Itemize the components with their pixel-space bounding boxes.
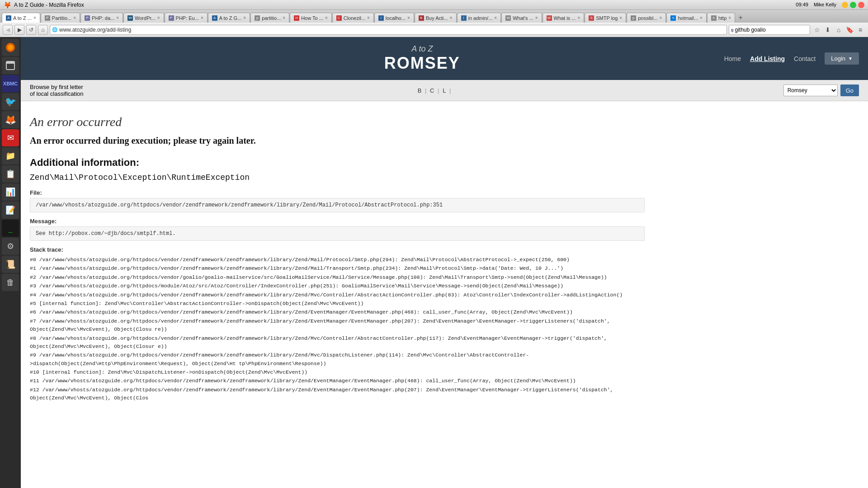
tab-close-whats[interactable]: × bbox=[535, 15, 538, 20]
tab-label-smtp: SMTP log bbox=[596, 15, 618, 21]
tab-close-localhost[interactable]: × bbox=[407, 15, 410, 20]
tab-close-atoz[interactable]: × bbox=[33, 15, 36, 20]
tab-close-smtp[interactable]: × bbox=[619, 15, 622, 20]
tab-favicon-wordpress: W bbox=[127, 15, 133, 21]
sidebar-item-window[interactable] bbox=[2, 57, 19, 74]
download-icon[interactable]: ⬇ bbox=[823, 25, 833, 35]
tab-close-atoz2[interactable]: × bbox=[243, 15, 246, 20]
browse-letter-b[interactable]: B bbox=[418, 87, 422, 94]
browse-label: Browse by first letter of local classifi… bbox=[30, 84, 84, 97]
tab-close-php-da[interactable]: × bbox=[116, 15, 119, 20]
sidebar-item-firefox[interactable] bbox=[2, 39, 19, 56]
sidebar-item-scroll[interactable]: 📜 bbox=[2, 256, 19, 273]
menu-icon[interactable]: ≡ bbox=[855, 25, 865, 35]
forward-button[interactable]: ▶ bbox=[14, 25, 24, 35]
location-select[interactable]: Romsey bbox=[783, 84, 838, 96]
bookmark-star-icon[interactable]: ☆ bbox=[812, 25, 822, 35]
site-logo: A to Z ROMSEY bbox=[384, 44, 460, 73]
browse-label-line1: Browse by first letter bbox=[30, 84, 84, 90]
stack-trace-line-7: #7 /var/www/vhosts/atozguide.org/httpdoc… bbox=[30, 317, 645, 334]
tab-php-da[interactable]: P PHP: da... × bbox=[80, 13, 123, 23]
tab-localhost[interactable]: l localho... × bbox=[374, 13, 414, 23]
new-tab-button[interactable]: + bbox=[736, 13, 745, 23]
reload-button[interactable]: ↺ bbox=[26, 25, 36, 35]
tab-php-eu[interactable]: P PHP: Eu... × bbox=[165, 13, 208, 23]
sidebar-item-terminal[interactable]: _ bbox=[2, 220, 19, 237]
tab-inadmin[interactable]: i in admin/... × bbox=[457, 13, 501, 23]
tab-close-partition[interactable]: × bbox=[73, 15, 76, 20]
close-button[interactable] bbox=[858, 2, 864, 8]
tab-partitio2[interactable]: p partitio... × bbox=[250, 13, 289, 23]
search-input[interactable] bbox=[735, 27, 808, 33]
browse-bar: Browse by first letter of local classifi… bbox=[21, 80, 868, 101]
tab-close-hotmail[interactable]: × bbox=[700, 15, 703, 20]
nav-contact[interactable]: Contact bbox=[794, 55, 816, 62]
search-engine-logo: g bbox=[731, 28, 734, 32]
tab-close-clonezilla[interactable]: × bbox=[367, 15, 370, 20]
tab-possibl[interactable]: p possibl... × bbox=[627, 13, 666, 23]
tab-close-howto[interactable]: × bbox=[325, 15, 328, 20]
search-bar[interactable]: g bbox=[729, 25, 810, 35]
tab-partition[interactable]: P Partitio... × bbox=[41, 13, 80, 23]
tab-hotmail[interactable]: h hotmail... × bbox=[666, 13, 706, 23]
minimize-button[interactable] bbox=[842, 2, 848, 8]
tab-whats[interactable]: W What's ... × bbox=[501, 13, 542, 23]
tab-label-buyacti: Buy Acti... bbox=[426, 15, 448, 21]
site-nav: Home Add Listing Contact Login ▼ bbox=[724, 52, 859, 65]
bookmark-icon[interactable]: 🔖 bbox=[844, 25, 854, 35]
tab-buyacti[interactable]: B Buy Acti... × bbox=[415, 13, 457, 23]
sidebar-item-settings[interactable]: ⚙ bbox=[2, 238, 19, 255]
nav-add-listing[interactable]: Add Listing bbox=[750, 55, 785, 62]
tab-clonezilla[interactable]: C Clonezil... × bbox=[332, 13, 374, 23]
browse-letter-c[interactable]: C bbox=[430, 87, 434, 94]
back-button[interactable]: ◀ bbox=[3, 25, 13, 35]
sidebar-item-files[interactable]: 📁 bbox=[2, 147, 19, 164]
tab-close-possibl[interactable]: × bbox=[660, 15, 662, 20]
sidebar-item-edit[interactable]: 📝 bbox=[2, 202, 19, 219]
tab-smtp[interactable]: S SMTP log × bbox=[585, 13, 626, 23]
stack-trace-line-0: #0 /var/www/vhosts/atozguide.org/httpdoc… bbox=[30, 256, 645, 264]
tab-close-http[interactable]: × bbox=[728, 15, 731, 20]
tab-label-clonezilla: Clonezil... bbox=[344, 15, 365, 21]
nav-home[interactable]: Home bbox=[724, 55, 741, 62]
tab-howto[interactable]: H How To ... × bbox=[290, 13, 332, 23]
sidebar-item-xbmc[interactable]: XBMC bbox=[2, 75, 19, 92]
browse-letter-l[interactable]: L bbox=[443, 87, 446, 94]
tab-atoz2[interactable]: A A to Z G... × bbox=[208, 13, 250, 23]
sidebar-item-trash[interactable]: 🗑 bbox=[2, 274, 19, 291]
login-button[interactable]: Login ▼ bbox=[825, 52, 859, 65]
tab-close-partitio2[interactable]: × bbox=[283, 15, 285, 20]
tab-close-whatis[interactable]: × bbox=[577, 15, 580, 20]
file-label: File: bbox=[30, 189, 645, 196]
maximize-button[interactable] bbox=[850, 2, 856, 8]
firefox-icon: 🦊 bbox=[4, 1, 11, 9]
sidebar-item-bird[interactable]: 🐦 bbox=[2, 93, 19, 110]
tab-label-php-da: PHP: da... bbox=[92, 15, 114, 21]
browse-letters: B | C | L | bbox=[416, 87, 451, 94]
url-text: www.atozguide.org/add-listing bbox=[59, 27, 725, 33]
tab-atoz[interactable]: A A to Z ... × bbox=[2, 13, 40, 23]
stack-trace-line-12: #12 /var/www/vhosts/atozguide.org/httpdo… bbox=[30, 386, 645, 403]
sidebar-item-fox[interactable]: 🦊 bbox=[2, 111, 19, 128]
sidebar-item-chart[interactable]: 📊 bbox=[2, 183, 19, 201]
main-content: A to Z ROMSEY Home Add Listing Contact L… bbox=[21, 37, 868, 488]
sidebar: XBMC 🐦 🦊 ✉ 📁 📋 📊 📝 _ ⚙ 📜 bbox=[0, 37, 21, 488]
stack-trace-line-1: #1 /var/www/vhosts/atozguide.org/httpdoc… bbox=[30, 264, 645, 272]
tab-wordpress[interactable]: W WordPr... × bbox=[123, 13, 164, 23]
tab-http[interactable]: h http × bbox=[707, 13, 735, 23]
tab-close-inadmin[interactable]: × bbox=[494, 15, 497, 20]
svg-point-1 bbox=[8, 45, 13, 50]
sidebar-item-notes[interactable]: 📋 bbox=[2, 165, 19, 183]
sidebar-item-mail[interactable]: ✉ bbox=[2, 129, 19, 146]
svg-rect-3 bbox=[6, 61, 14, 64]
go-button[interactable]: Go bbox=[840, 84, 859, 96]
tab-close-php-eu[interactable]: × bbox=[201, 15, 203, 20]
tab-close-buyacti[interactable]: × bbox=[450, 15, 453, 20]
home-nav-icon[interactable]: ⌂ bbox=[834, 25, 844, 35]
tab-label-atoz2: A to Z G... bbox=[219, 15, 242, 21]
site-logo-bottom: ROMSEY bbox=[384, 54, 460, 73]
url-bar[interactable]: 🌐 www.atozguide.org/add-listing bbox=[50, 25, 727, 35]
tab-whatis[interactable]: W What is ... × bbox=[542, 13, 585, 23]
home-button[interactable]: ⌂ bbox=[38, 25, 48, 35]
tab-close-wordpress[interactable]: × bbox=[157, 15, 160, 20]
